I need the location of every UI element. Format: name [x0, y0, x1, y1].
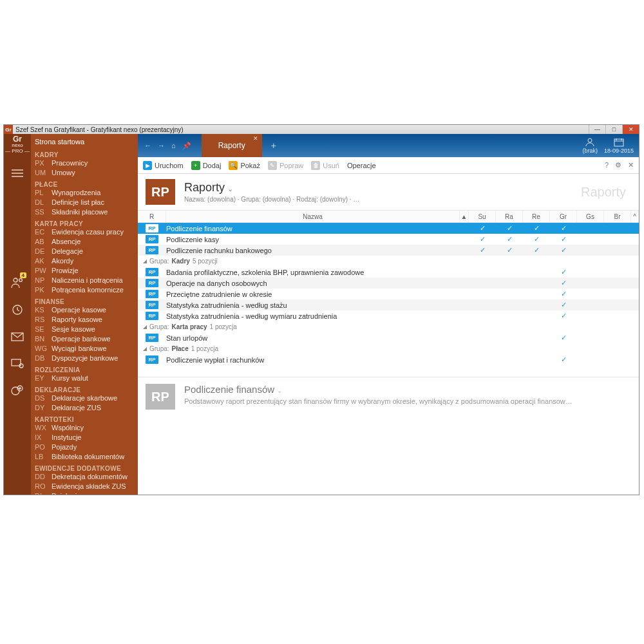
- sidebar-item[interactable]: ROEwidencja składek ZUS: [35, 482, 138, 491]
- ghost-title: Raporty: [581, 185, 631, 200]
- row-badge: RP: [146, 268, 158, 276]
- grid-row[interactable]: RPPrzeciętne zatrudnienie w okresie✓: [138, 289, 639, 299]
- grid-group-header[interactable]: ◢ Grupa: Karta pracy 1 pozycja: [138, 321, 639, 332]
- close-panel-icon[interactable]: ✕: [628, 161, 634, 169]
- view-header: RP Raporty⌄ Nazwa: (dowolna) · Grupa: (d…: [138, 174, 639, 210]
- window-titlebar: Gr Szef Szef na Gratyfikant - Gratyfikan…: [4, 125, 639, 134]
- grid-row[interactable]: RPStan urlopów✓: [138, 332, 639, 343]
- clock-icon[interactable]: [10, 302, 25, 317]
- nav-pin-icon[interactable]: 📌: [182, 142, 191, 150]
- certificate-icon[interactable]: [10, 356, 25, 372]
- sidebar-item[interactable]: WGWyciągi bankowe: [35, 344, 138, 354]
- sidebar-item[interactable]: ABAbsencje: [35, 237, 138, 247]
- col-su[interactable]: Su: [469, 211, 496, 222]
- window-minimize-button[interactable]: —: [589, 125, 605, 134]
- sidebar-item[interactable]: DLDefinicje list płac: [35, 198, 138, 207]
- row-badge: RP: [146, 279, 158, 287]
- tab-raporty[interactable]: Raporty ✕: [202, 134, 262, 157]
- sidebar-item[interactable]: PLWynagrodzenia: [35, 188, 138, 198]
- sidebar-item[interactable]: WXWspólnicy: [35, 423, 138, 433]
- toolbar-run[interactable]: ▶Uruchom: [143, 161, 184, 170]
- grid-row[interactable]: RPStatystyka zatrudnienia - według wymia…: [138, 310, 639, 321]
- svg-point-6: [12, 387, 19, 395]
- nav-back-icon[interactable]: ←: [144, 142, 151, 149]
- col-r[interactable]: R: [138, 211, 166, 222]
- sidebar-start-page[interactable]: Strona startowa: [35, 137, 138, 148]
- sidebar-item[interactable]: IXInstytucje: [35, 433, 138, 442]
- grid-row[interactable]: RPStatystyka zatrudnienia - według stażu…: [138, 299, 639, 310]
- chevron-down-icon: ⌄: [227, 185, 233, 193]
- grid-row[interactable]: RPPodliczenie wypłat i rachunków✓: [138, 354, 639, 365]
- menu-icon[interactable]: [10, 166, 25, 181]
- nav-home-icon[interactable]: ⌂: [171, 142, 176, 149]
- sidebar-item[interactable]: UMUmowy: [35, 168, 138, 178]
- sidebar-item[interactable]: DDDekretacja dokumentów: [35, 472, 138, 482]
- row-badge: RP: [146, 246, 158, 254]
- sidebar-item[interactable]: DEDelegacje: [35, 247, 138, 256]
- sidebar-item[interactable]: RSRaporty kasowe: [35, 315, 138, 325]
- settings-icon[interactable]: ⚙: [615, 161, 621, 169]
- col-name[interactable]: Nazwa: [166, 211, 460, 222]
- view-title[interactable]: Raporty⌄: [184, 181, 359, 194]
- window-maximize-button[interactable]: □: [605, 125, 622, 134]
- sidebar-item[interactable]: POPojazdy: [35, 442, 138, 452]
- sidebar-item[interactable]: SESesje kasowe: [35, 325, 138, 334]
- mail-icon[interactable]: [10, 329, 25, 345]
- grid-group-header[interactable]: ◢ Grupa: Płace 1 pozycja: [138, 343, 639, 354]
- detail-panel: RP Podliczenie finansów ⌄ Podstawowy rap…: [138, 377, 639, 416]
- col-br[interactable]: Br: [604, 211, 631, 222]
- col-gr[interactable]: Gr: [550, 211, 577, 222]
- header-badge: RP: [146, 179, 175, 205]
- sidebar-group: KARTA PRACY: [35, 220, 138, 227]
- detail-title[interactable]: Podliczenie finansów ⌄: [184, 384, 573, 395]
- user-indicator[interactable]: (brak): [582, 138, 598, 154]
- notification-badge: 4: [20, 272, 26, 278]
- toolbar-add[interactable]: +Dodaj: [191, 161, 222, 170]
- people-icon[interactable]: 4: [10, 275, 25, 290]
- window-close-button[interactable]: ✕: [622, 125, 639, 134]
- row-badge: RP: [146, 235, 158, 243]
- sidebar-item[interactable]: DYDeklaracje ZUS: [35, 403, 138, 413]
- sidebar-item[interactable]: KSOperacje kasowe: [35, 305, 138, 315]
- sidebar-item[interactable]: PKPotrącenia komornicze: [35, 285, 138, 295]
- nav-forward-icon[interactable]: →: [158, 142, 165, 149]
- sidebar-item[interactable]: DBDyspozycje bankowe: [35, 354, 138, 363]
- grid-row[interactable]: RPBadania profilaktyczne, szkolenia BHP,…: [138, 267, 639, 278]
- help-icon[interactable]: ?: [605, 161, 609, 169]
- sidebar-group: DEKLARACJE: [35, 386, 138, 393]
- grid-row[interactable]: RPOperacje na danych osobowych✓: [138, 278, 639, 289]
- sidebar-item[interactable]: SSSkładniki płacowe: [35, 207, 138, 217]
- row-badge: RP: [146, 312, 158, 320]
- svg-point-0: [14, 278, 17, 282]
- col-re[interactable]: Re: [523, 211, 550, 222]
- sidebar-item[interactable]: DSDeklaracje skarbowe: [35, 393, 138, 403]
- toolbar-operations[interactable]: Operacje: [347, 162, 376, 169]
- sidebar-item[interactable]: EYKursy walut: [35, 374, 138, 383]
- toolbar-show[interactable]: 🔍Pokaż: [229, 161, 260, 170]
- sidebar-item[interactable]: NPNaliczenia i potrącenia: [35, 276, 138, 285]
- sidebar-item[interactable]: AKAkordy: [35, 256, 138, 266]
- date-indicator[interactable]: 18-09-2015: [604, 138, 634, 154]
- col-ra[interactable]: Ra: [496, 211, 523, 222]
- toolbar-delete[interactable]: 🗑Usuń: [311, 161, 339, 170]
- col-gs[interactable]: Gs: [577, 211, 604, 222]
- tab-close-icon[interactable]: ✕: [253, 135, 258, 142]
- view-filter-summary[interactable]: Nazwa: (dowolna) · Grupa: (dowolna) · Ro…: [184, 196, 359, 203]
- sidebar-item[interactable]: LBBiblioteka dokumentów: [35, 452, 138, 462]
- toolbar-edit[interactable]: ✎Popraw: [268, 161, 303, 170]
- add-circle-icon[interactable]: [10, 383, 25, 399]
- grid-row[interactable]: RPPodliczenie rachunku bankowego✓✓✓✓: [138, 245, 639, 256]
- detail-badge: RP: [146, 384, 175, 410]
- sidebar-item[interactable]: BNOperacje bankowe: [35, 334, 138, 344]
- grid-row[interactable]: RPPodliczenie kasy✓✓✓✓: [138, 234, 639, 245]
- grid-group-header[interactable]: ◢ Grupa: Kadry 5 pozycji: [138, 256, 639, 267]
- sidebar-item[interactable]: ECEwidencja czasu pracy: [35, 227, 138, 237]
- sidebar-item[interactable]: PXPracownicy: [35, 158, 138, 168]
- grid-row[interactable]: RPPodliczenie finansów✓✓✓✓: [138, 223, 639, 234]
- sidebar-item[interactable]: DIDziałania: [35, 491, 138, 495]
- sidebar-group: KARTOTEKI: [35, 416, 138, 423]
- sidebar-item[interactable]: PWProwizje: [35, 266, 138, 276]
- app-logo-icon: Gr: [4, 125, 13, 134]
- row-badge: RP: [146, 355, 158, 364]
- tab-add-button[interactable]: +: [262, 134, 285, 157]
